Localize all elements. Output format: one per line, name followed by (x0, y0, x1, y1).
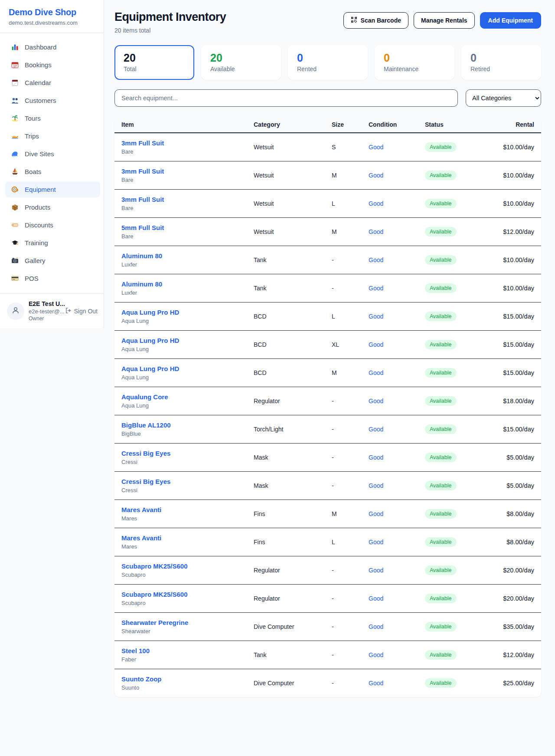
item-category: Regulator (247, 556, 325, 585)
item-name-link[interactable]: Mares Avanti (121, 506, 161, 513)
scan-barcode-button[interactable]: Scan Barcode (343, 12, 408, 29)
page-header: Equipment Inventory 20 items total (114, 10, 541, 34)
sidebar-nav: Dashboard17BookingsCalendarCustomersTour… (0, 33, 104, 293)
sidebar-item-gallery[interactable]: Gallery (5, 253, 100, 269)
sidebar-item-tours[interactable]: Tours (5, 110, 100, 126)
sidebar-item-calendar[interactable]: Calendar (5, 75, 100, 91)
item-name-link[interactable]: Cressi Big Eyes (121, 450, 170, 457)
add-equipment-button[interactable]: Add Equipment (480, 12, 541, 29)
sidebar-item-label: Equipment (25, 186, 56, 193)
condition-link[interactable]: Good (369, 228, 383, 235)
column-header-status: Status (418, 116, 484, 133)
item-name-link[interactable]: Scubapro MK25/S600 (121, 591, 188, 598)
item-name-link[interactable]: Aqua Lung Pro HD (121, 309, 179, 316)
condition-link[interactable]: Good (369, 341, 383, 348)
search-input[interactable] (114, 89, 458, 107)
item-name-link[interactable]: Aqua Lung Pro HD (121, 365, 179, 372)
condition-link[interactable]: Good (369, 510, 383, 517)
item-category: Dive Computer (247, 669, 325, 697)
item-name-link[interactable]: Steel 100 (121, 647, 150, 654)
table-row: Mares AvantiMaresFinsMGoodAvailable$8.00… (114, 500, 541, 528)
item-category: Fins (247, 500, 325, 528)
sidebar-item-dive-sites[interactable]: Dive Sites (5, 146, 100, 162)
item-rental-price: $12.00/day (484, 218, 541, 246)
category-select[interactable]: All Categories (466, 89, 541, 107)
stat-label: Total (124, 66, 185, 72)
column-header-category: Category (247, 116, 325, 133)
sidebar-item-dashboard[interactable]: Dashboard (5, 39, 100, 55)
condition-link[interactable]: Good (369, 313, 383, 320)
manage-rentals-button[interactable]: Manage Rentals (414, 12, 475, 29)
condition-link[interactable]: Good (369, 200, 383, 207)
condition-link[interactable]: Good (369, 285, 383, 292)
user-email: e2e-tester@... (29, 308, 61, 315)
sidebar-item-equipment[interactable]: Equipment (5, 181, 100, 197)
item-name-link[interactable]: Mares Avanti (121, 534, 161, 542)
condition-link[interactable]: Good (369, 595, 383, 602)
condition-link[interactable]: Good (369, 482, 383, 489)
sidebar-item-pos[interactable]: POS (5, 270, 100, 286)
condition-link[interactable]: Good (369, 567, 383, 574)
stat-card-rented[interactable]: 0Rented (288, 45, 368, 80)
stat-value: 0 (470, 52, 532, 64)
item-size: - (325, 641, 362, 669)
sidebar-item-discounts[interactable]: Discounts (5, 217, 100, 233)
item-name-link[interactable]: 3mm Full Suit (121, 168, 164, 175)
item-brand: Luxfer (121, 289, 240, 296)
scan-barcode-label: Scan Barcode (361, 17, 401, 24)
item-name-link[interactable]: BigBlue AL1200 (121, 421, 171, 429)
condition-link[interactable]: Good (369, 369, 383, 376)
item-rental-price: $20.00/day (484, 585, 541, 613)
item-name-link[interactable]: Suunto Zoop (121, 675, 161, 683)
user-name: E2E Test U... (29, 300, 61, 307)
stat-card-maintenance[interactable]: 0Maintenance (375, 45, 454, 80)
item-name-link[interactable]: 3mm Full Suit (121, 139, 164, 147)
sidebar-item-boats[interactable]: Boats (5, 164, 100, 180)
table-row: Cressi Big EyesCressiMask-GoodAvailable$… (114, 444, 541, 472)
condition-link[interactable]: Good (369, 651, 383, 658)
condition-link[interactable]: Good (369, 398, 383, 404)
item-name-link[interactable]: Aluminum 80 (121, 280, 162, 288)
page-title: Equipment Inventory (114, 10, 226, 24)
stat-card-available[interactable]: 20Available (201, 45, 281, 80)
condition-link[interactable]: Good (369, 454, 383, 461)
item-name-link[interactable]: Shearwater Peregrine (121, 619, 188, 626)
item-category: Regulator (247, 387, 325, 415)
status-badge: Available (425, 481, 457, 490)
sidebar-item-training[interactable]: Training (5, 235, 100, 251)
stat-card-total[interactable]: 20Total (114, 45, 194, 80)
item-brand: Aqua Lung (121, 318, 240, 324)
item-name-link[interactable]: 5mm Full Suit (121, 224, 164, 231)
status-badge: Available (425, 142, 457, 152)
item-rental-price: $10.00/day (484, 274, 541, 302)
sidebar-item-label: Products (25, 204, 50, 211)
condition-link[interactable]: Good (369, 680, 383, 687)
item-name-link[interactable]: Aqua Lung Pro HD (121, 337, 179, 344)
sidebar-item-bookings[interactable]: 17Bookings (5, 57, 100, 73)
stat-card-retired[interactable]: 0Retired (461, 45, 541, 80)
sign-out-button[interactable]: Sign Out (65, 307, 98, 315)
item-brand: Suunto (121, 684, 240, 691)
item-name-link[interactable]: Aqualung Core (121, 393, 168, 401)
item-name-link[interactable]: 3mm Full Suit (121, 196, 164, 203)
item-rental-price: $10.00/day (484, 246, 541, 274)
sidebar-item-trips[interactable]: Trips (5, 128, 100, 144)
condition-link[interactable]: Good (369, 539, 383, 546)
condition-link[interactable]: Good (369, 623, 383, 630)
item-name-link[interactable]: Scubapro MK25/S600 (121, 562, 188, 570)
condition-link[interactable]: Good (369, 172, 383, 179)
condition-link[interactable]: Good (369, 256, 383, 263)
column-header-condition: Condition (362, 116, 418, 133)
item-brand: Aqua Lung (121, 374, 240, 381)
item-rental-price: $20.00/day (484, 556, 541, 585)
sidebar-item-products[interactable]: Products (5, 199, 100, 215)
condition-link[interactable]: Good (369, 144, 383, 151)
sidebar-item-customers[interactable]: Customers (5, 92, 100, 108)
item-category: Tank (247, 274, 325, 302)
status-badge: Available (425, 424, 457, 434)
item-name-link[interactable]: Aluminum 80 (121, 252, 162, 260)
item-name-link[interactable]: Cressi Big Eyes (121, 478, 170, 485)
item-rental-price: $15.00/day (484, 302, 541, 331)
table-row: Aqua Lung Pro HDAqua LungBCDLGoodAvailab… (114, 302, 541, 331)
condition-link[interactable]: Good (369, 426, 383, 433)
